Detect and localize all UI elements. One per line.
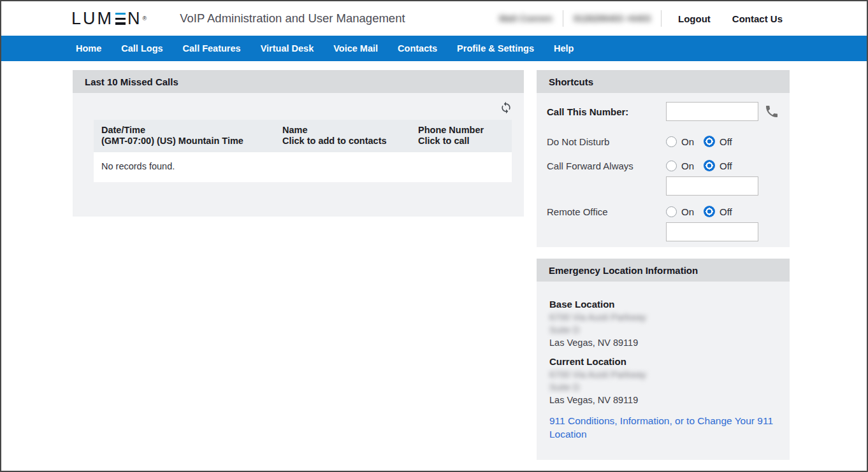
- remote-office-on-radio[interactable]: [666, 206, 677, 217]
- base-location-block: Base Location 6700 Via Austi Parkway Sui…: [549, 298, 777, 349]
- logo-text-left: LUM: [71, 10, 113, 27]
- column-title: Date/Time: [101, 125, 145, 135]
- do-not-disturb-radio-group: On Off: [666, 136, 737, 147]
- current-location-block: Current Location 6700 Via Austi Parkway …: [549, 355, 777, 406]
- off-label: Off: [720, 136, 732, 147]
- user-number-redacted: 9126296403 +6403: [574, 13, 651, 24]
- do-not-disturb-label: Do Not Disturb: [547, 136, 666, 147]
- nav-item-help[interactable]: Help: [554, 43, 574, 54]
- nav-item-call-features[interactable]: Call Features: [183, 43, 241, 54]
- dial-button[interactable]: [764, 104, 779, 119]
- column-title: Name: [282, 125, 308, 135]
- call-this-number-row: Call This Number:: [547, 102, 779, 121]
- column-header-name: Name Click to add to contacts: [282, 125, 418, 147]
- missed-calls-panel: Last 10 Missed Calls Date/Time (GMT-: [73, 70, 524, 217]
- column-header-datetime: Date/Time (GMT-07:00) (US) Mountain Time: [94, 125, 282, 147]
- column-subtitle: Click to call: [418, 136, 512, 147]
- column-title: Phone Number: [418, 125, 484, 135]
- top-header: LUM N ® VoIP Administration and User Man…: [1, 1, 867, 36]
- current-location-heading: Current Location: [549, 355, 777, 368]
- logout-link[interactable]: Logout: [678, 13, 711, 24]
- remote-office-off-radio[interactable]: [704, 206, 715, 217]
- call-forward-always-label: Call Forward Always: [547, 161, 666, 171]
- logo-stylized-e: [115, 13, 126, 25]
- header-divider: [563, 10, 563, 27]
- contact-us-link[interactable]: Contact Us: [732, 13, 783, 24]
- nav-item-contacts[interactable]: Contacts: [398, 43, 437, 54]
- call-this-number-label: Call This Number:: [547, 106, 666, 117]
- base-location-unit-redacted: Suite D: [549, 324, 777, 336]
- phone-icon: [764, 104, 779, 119]
- current-location-city: Las Vegas, NV 89119: [549, 394, 777, 406]
- missed-calls-body: Date/Time (GMT-07:00) (US) Mountain Time…: [73, 93, 524, 217]
- do-not-disturb-on-radio[interactable]: [666, 136, 677, 147]
- table-header-row: Date/Time (GMT-07:00) (US) Mountain Time…: [94, 120, 512, 152]
- emergency-location-body: Base Location 6700 Via Austi Parkway Sui…: [537, 282, 790, 441]
- base-location-city: Las Vegas, NV 89119: [549, 336, 777, 349]
- current-location-street-redacted: 6700 Via Austi Parkway: [549, 368, 777, 381]
- missed-calls-table: Date/Time (GMT-07:00) (US) Mountain Time…: [94, 120, 512, 182]
- missed-calls-title: Last 10 Missed Calls: [73, 70, 524, 93]
- refresh-icon[interactable]: [500, 101, 512, 114]
- header-divider: [661, 10, 662, 27]
- nav-item-profile-settings[interactable]: Profile & Settings: [457, 43, 534, 54]
- column-subtitle: Click to add to contacts: [282, 136, 418, 147]
- nav-item-virtual-desk[interactable]: Virtual Desk: [261, 43, 314, 54]
- on-label: On: [681, 136, 694, 147]
- call-forward-always-number-input[interactable]: [666, 176, 758, 196]
- remote-office-number-input[interactable]: [666, 222, 758, 241]
- empty-state-message: No records found.: [94, 152, 512, 182]
- do-not-disturb-off-radio[interactable]: [704, 136, 715, 147]
- off-label: Off: [720, 161, 732, 171]
- current-location-unit-redacted: Suite D: [549, 381, 777, 394]
- do-not-disturb-row: Do Not Disturb On Off: [547, 136, 779, 147]
- call-forward-always-off-radio[interactable]: [704, 160, 715, 171]
- shortcuts-panel: Shortcuts Call This Number: Do Not Distu…: [537, 70, 790, 247]
- shortcuts-title: Shortcuts: [537, 70, 790, 93]
- off-label: Off: [720, 206, 732, 217]
- refresh-row: [73, 93, 524, 120]
- remote-office-row: Remote Office On Off: [547, 206, 779, 217]
- remote-office-radio-group: On Off: [666, 206, 737, 217]
- base-location-street-redacted: 6700 Via Austi Parkway: [549, 311, 777, 324]
- base-location-heading: Base Location: [549, 298, 777, 311]
- remote-office-label: Remote Office: [547, 206, 666, 217]
- on-label: On: [681, 161, 694, 171]
- 911-conditions-link[interactable]: 911 Conditions, Information, or to Chang…: [549, 414, 777, 441]
- lumen-logo[interactable]: LUM N ®: [71, 10, 147, 27]
- column-header-phone: Phone Number Click to call: [418, 125, 512, 147]
- emergency-location-title: Emergency Location Information: [537, 259, 790, 282]
- shortcuts-body: Call This Number: Do Not Disturb On: [537, 93, 790, 241]
- call-forward-always-on-radio[interactable]: [666, 161, 677, 171]
- call-this-number-input[interactable]: [666, 102, 758, 121]
- logo-text-right: N: [127, 10, 142, 27]
- page-title: VoIP Administration and User Management: [180, 11, 405, 25]
- emergency-location-panel: Emergency Location Information Base Loca…: [537, 259, 790, 460]
- registered-trademark: ®: [143, 16, 147, 22]
- right-column: Shortcuts Call This Number: Do Not Distu…: [537, 70, 790, 460]
- user-area: Matt Coenen 9126296403 +6403 Logout Cont…: [499, 10, 783, 27]
- call-forward-always-row: Call Forward Always On Off: [547, 160, 779, 171]
- content-area: Last 10 Missed Calls Date/Time (GMT-: [1, 61, 867, 460]
- page: LUM N ® VoIP Administration and User Man…: [0, 0, 868, 472]
- call-forward-always-radio-group: On Off: [666, 160, 737, 171]
- nav-item-home[interactable]: Home: [76, 43, 101, 54]
- on-label: On: [681, 206, 694, 217]
- nav-item-voice-mail[interactable]: Voice Mail: [333, 43, 378, 54]
- column-subtitle: (GMT-07:00) (US) Mountain Time: [101, 136, 282, 147]
- nav-item-call-logs[interactable]: Call Logs: [121, 43, 163, 54]
- user-name-redacted: Matt Coenen: [499, 13, 553, 24]
- main-nav: Home Call Logs Call Features Virtual Des…: [1, 36, 867, 61]
